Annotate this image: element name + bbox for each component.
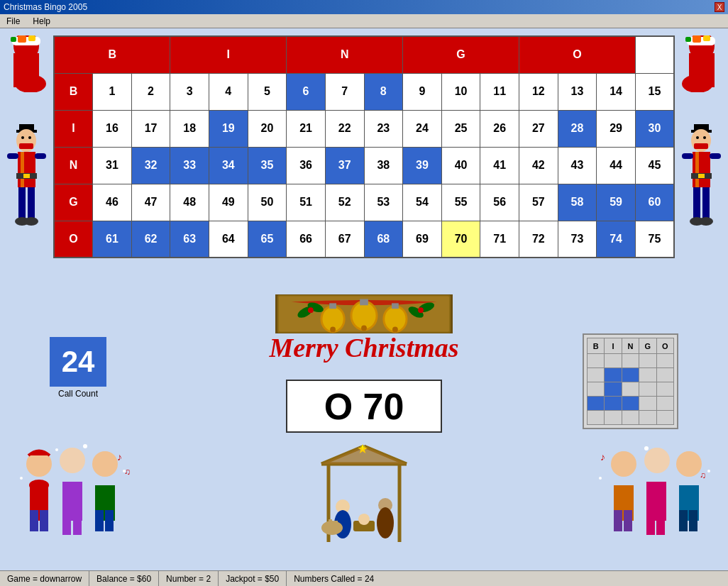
cell-50[interactable]: 50 bbox=[248, 184, 287, 221]
cell-7[interactable]: 7 bbox=[325, 73, 364, 110]
nativity-icon: ★ bbox=[314, 443, 414, 549]
cell-45[interactable]: 45 bbox=[635, 147, 674, 184]
cell-48[interactable]: 48 bbox=[170, 184, 209, 221]
mini-cell-2-4 bbox=[656, 382, 673, 397]
mini-cell-4-4 bbox=[656, 411, 673, 425]
cell-46[interactable]: 46 bbox=[93, 184, 132, 221]
cell-40[interactable]: 40 bbox=[441, 147, 480, 184]
cell-65[interactable]: 65 bbox=[248, 221, 287, 258]
cell-72[interactable]: 72 bbox=[519, 221, 558, 258]
cell-73[interactable]: 73 bbox=[558, 221, 597, 258]
cell-57[interactable]: 57 bbox=[519, 184, 558, 221]
cell-19[interactable]: 19 bbox=[209, 110, 248, 147]
status-balance: Balance = $60 bbox=[89, 571, 159, 586]
cell-69[interactable]: 69 bbox=[403, 221, 442, 258]
cell-74[interactable]: 74 bbox=[597, 221, 636, 258]
cell-54[interactable]: 54 bbox=[403, 184, 442, 221]
cell-16[interactable]: 16 bbox=[93, 110, 132, 147]
cell-6[interactable]: 6 bbox=[287, 73, 326, 110]
main-content: BINGOB123456789101112131415I161718192021… bbox=[0, 28, 728, 570]
svg-point-57 bbox=[361, 326, 367, 331]
cell-42[interactable]: 42 bbox=[519, 147, 558, 184]
svg-point-31 bbox=[24, 217, 38, 226]
cell-53[interactable]: 53 bbox=[364, 184, 403, 221]
cell-43[interactable]: 43 bbox=[558, 147, 597, 184]
cell-14[interactable]: 14 bbox=[597, 73, 636, 110]
cell-3[interactable]: 3 bbox=[170, 73, 209, 110]
cell-23[interactable]: 23 bbox=[364, 110, 403, 147]
current-call-display: O 70 bbox=[286, 380, 442, 433]
cell-61[interactable]: 61 bbox=[93, 221, 132, 258]
cell-71[interactable]: 71 bbox=[480, 221, 519, 258]
cell-13[interactable]: 13 bbox=[558, 73, 597, 110]
cell-41[interactable]: 41 bbox=[480, 147, 519, 184]
cell-70[interactable]: 70 bbox=[441, 221, 480, 258]
cell-27[interactable]: 27 bbox=[519, 110, 558, 147]
cell-29[interactable]: 29 bbox=[597, 110, 636, 147]
cell-9[interactable]: 9 bbox=[403, 73, 442, 110]
cell-68[interactable]: 68 bbox=[364, 221, 403, 258]
cell-62[interactable]: 62 bbox=[131, 221, 170, 258]
nutcracker-left-icon bbox=[4, 121, 50, 234]
cell-39[interactable]: 39 bbox=[403, 147, 442, 184]
cell-38[interactable]: 38 bbox=[364, 147, 403, 184]
cell-64[interactable]: 64 bbox=[209, 221, 248, 258]
cell-24[interactable]: 24 bbox=[403, 110, 442, 147]
svg-rect-26 bbox=[7, 153, 18, 159]
cell-10[interactable]: 10 bbox=[441, 73, 480, 110]
row-header-B: B bbox=[54, 73, 93, 110]
cell-15[interactable]: 15 bbox=[635, 73, 674, 110]
cell-32[interactable]: 32 bbox=[131, 147, 170, 184]
cell-37[interactable]: 37 bbox=[325, 147, 364, 184]
svg-point-73 bbox=[60, 448, 85, 473]
close-button[interactable]: X bbox=[715, 2, 724, 12]
cell-30[interactable]: 30 bbox=[635, 110, 674, 147]
svg-rect-76 bbox=[73, 510, 82, 535]
cell-63[interactable]: 63 bbox=[170, 221, 209, 258]
cell-2[interactable]: 2 bbox=[131, 73, 170, 110]
cell-60[interactable]: 60 bbox=[635, 184, 674, 221]
cell-11[interactable]: 11 bbox=[480, 73, 519, 110]
cell-1[interactable]: 1 bbox=[93, 73, 132, 110]
cell-28[interactable]: 28 bbox=[558, 110, 597, 147]
cell-66[interactable]: 66 bbox=[287, 221, 326, 258]
cell-36[interactable]: 36 bbox=[287, 147, 326, 184]
cell-44[interactable]: 44 bbox=[597, 147, 636, 184]
svg-rect-39 bbox=[695, 152, 699, 187]
cell-55[interactable]: 55 bbox=[441, 184, 480, 221]
cell-12[interactable]: 12 bbox=[519, 73, 558, 110]
cell-58[interactable]: 58 bbox=[558, 184, 597, 221]
cell-35[interactable]: 35 bbox=[248, 147, 287, 184]
cell-75[interactable]: 75 bbox=[635, 221, 674, 258]
mini-cell-4-3 bbox=[639, 411, 656, 425]
cell-56[interactable]: 56 bbox=[480, 184, 519, 221]
cell-33[interactable]: 33 bbox=[170, 147, 209, 184]
cell-20[interactable]: 20 bbox=[248, 110, 287, 147]
cell-25[interactable]: 25 bbox=[441, 110, 480, 147]
cell-51[interactable]: 51 bbox=[287, 184, 326, 221]
cell-18[interactable]: 18 bbox=[170, 110, 209, 147]
cell-67[interactable]: 67 bbox=[325, 221, 364, 258]
cell-34[interactable]: 34 bbox=[209, 147, 248, 184]
svg-rect-108 bbox=[624, 510, 632, 531]
svg-rect-72 bbox=[40, 510, 48, 531]
mini-card-table: BINGO bbox=[587, 338, 674, 425]
svg-point-67 bbox=[418, 307, 424, 313]
cell-17[interactable]: 17 bbox=[131, 110, 170, 147]
cell-5[interactable]: 5 bbox=[248, 73, 287, 110]
bingo-header-G: G bbox=[403, 36, 519, 73]
cell-4[interactable]: 4 bbox=[209, 73, 248, 110]
cell-59[interactable]: 59 bbox=[597, 184, 636, 221]
menu-help[interactable]: Help bbox=[30, 16, 53, 27]
cell-52[interactable]: 52 bbox=[325, 184, 364, 221]
cell-22[interactable]: 22 bbox=[325, 110, 364, 147]
cell-21[interactable]: 21 bbox=[287, 110, 326, 147]
cell-47[interactable]: 47 bbox=[131, 184, 170, 221]
cell-49[interactable]: 49 bbox=[209, 184, 248, 221]
cell-8[interactable]: 8 bbox=[364, 73, 403, 110]
cell-26[interactable]: 26 bbox=[480, 110, 519, 147]
svg-point-64 bbox=[308, 307, 314, 313]
svg-rect-115 bbox=[679, 510, 688, 531]
menu-file[interactable]: File bbox=[4, 16, 23, 27]
cell-31[interactable]: 31 bbox=[93, 147, 132, 184]
